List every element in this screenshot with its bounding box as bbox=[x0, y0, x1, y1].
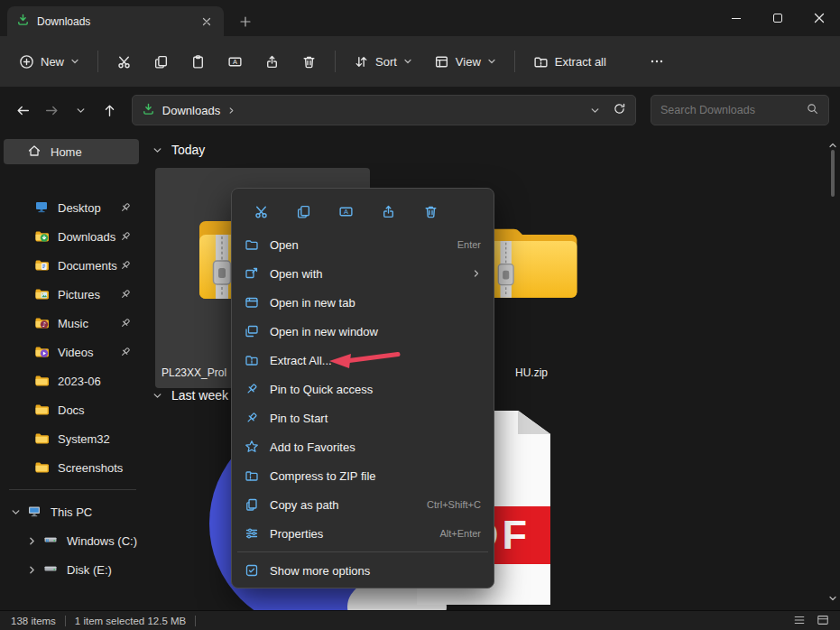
sidebar-item-this-pc[interactable]: This PC bbox=[4, 499, 139, 524]
menu-separator bbox=[237, 551, 488, 552]
folder-icon bbox=[34, 373, 49, 390]
home-icon bbox=[27, 144, 42, 161]
svg-text:♪: ♪ bbox=[42, 321, 46, 329]
sidebar-item-screenshots[interactable]: Screenshots bbox=[4, 455, 139, 480]
forward-button[interactable] bbox=[40, 97, 65, 123]
command-bar: New A Sort View bbox=[0, 36, 840, 87]
tab-title: Downloads bbox=[37, 15, 90, 28]
maximize-button[interactable] bbox=[757, 0, 798, 36]
details-view-toggle[interactable] bbox=[793, 614, 806, 628]
rename-button[interactable]: A bbox=[217, 47, 253, 77]
new-tab-button[interactable] bbox=[235, 11, 256, 32]
chevron-right-icon[interactable] bbox=[27, 564, 37, 578]
sidebar-item-desktop[interactable]: Desktop bbox=[4, 195, 139, 220]
minimize-button[interactable] bbox=[715, 0, 757, 36]
sidebar-item-docs[interactable]: Docs bbox=[4, 397, 139, 422]
menu-item-add-to-favorites[interactable]: Add to Favorites bbox=[235, 432, 490, 461]
chevron-down-icon bbox=[152, 391, 162, 401]
sidebar-item-music[interactable]: ♪ Music bbox=[4, 310, 139, 336]
sidebar-item-2023-06[interactable]: 2023-06 bbox=[4, 368, 139, 394]
menu-item-pin-to-start[interactable]: Pin to Start bbox=[235, 403, 490, 432]
sidebar-item-windows-c[interactable]: Windows (C:) bbox=[4, 528, 139, 553]
search-box[interactable] bbox=[651, 95, 829, 125]
close-button[interactable] bbox=[798, 0, 840, 36]
toolbar-divider bbox=[97, 51, 98, 72]
more-options-button[interactable] bbox=[640, 47, 674, 76]
scroll-down-icon[interactable] bbox=[828, 590, 837, 607]
copy-button[interactable] bbox=[143, 47, 179, 77]
context-menu: A Open Enter Open with bbox=[231, 188, 494, 588]
sidebar: Home Desktop Downloads Documents Picture… bbox=[0, 134, 149, 610]
this-pc-icon bbox=[27, 504, 42, 521]
breadcrumb-downloads[interactable]: Downloads bbox=[162, 104, 220, 117]
refresh-button[interactable] bbox=[613, 102, 626, 119]
section-header-today[interactable]: Today bbox=[152, 143, 205, 157]
titlebar: Downloads bbox=[0, 0, 840, 36]
open-new-window-icon bbox=[245, 324, 259, 338]
sidebar-separator bbox=[9, 489, 136, 490]
paste-button[interactable] bbox=[180, 47, 216, 77]
sort-button[interactable]: Sort bbox=[344, 47, 422, 77]
menu-item-pin-to-quick-access[interactable]: Pin to Quick access bbox=[235, 375, 490, 403]
view-button-label: View bbox=[456, 55, 481, 69]
delete-button[interactable] bbox=[420, 200, 441, 222]
tab-downloads[interactable]: Downloads bbox=[7, 6, 224, 36]
extract-all-button[interactable]: Extract all bbox=[523, 47, 616, 77]
menu-item-copy-as-path[interactable]: Copy as path Ctrl+Shift+C bbox=[235, 490, 490, 519]
delete-button[interactable] bbox=[291, 47, 327, 77]
back-button[interactable] bbox=[11, 97, 36, 123]
pin-icon bbox=[245, 411, 259, 425]
tab-close-icon[interactable] bbox=[198, 14, 215, 30]
menu-item-open-in-new-window[interactable]: Open in new window bbox=[235, 317, 490, 346]
new-button-label: New bbox=[41, 55, 64, 69]
music-folder-icon: ♪ bbox=[34, 315, 49, 332]
downloads-icon bbox=[142, 102, 155, 119]
sidebar-item-pictures[interactable]: Pictures bbox=[4, 282, 139, 307]
menu-item-show-more-options[interactable]: Show more options bbox=[235, 556, 490, 585]
menu-item-open-with[interactable]: Open with bbox=[235, 259, 490, 288]
chevron-down-icon bbox=[152, 145, 162, 155]
menu-item-compress-to-zip[interactable]: Compress to ZIP file bbox=[235, 461, 490, 490]
vertical-scrollbar[interactable] bbox=[827, 134, 838, 610]
search-input[interactable] bbox=[660, 104, 806, 116]
chevron-down-icon bbox=[70, 57, 79, 66]
menu-item-open[interactable]: Open Enter bbox=[235, 230, 490, 259]
extract-all-button-label: Extract all bbox=[555, 55, 606, 69]
file-explorer-window: Downloads New bbox=[0, 0, 840, 630]
content-area: Home Desktop Downloads Documents Picture… bbox=[0, 134, 840, 610]
cut-button[interactable] bbox=[106, 47, 142, 77]
sidebar-item-videos[interactable]: Videos bbox=[4, 339, 139, 365]
menu-item-open-in-new-tab[interactable]: Open in new tab bbox=[235, 288, 490, 317]
rename-button[interactable]: A bbox=[335, 200, 356, 222]
recent-locations-button[interactable] bbox=[69, 97, 94, 123]
zip-folder-thumbnail[interactable] bbox=[481, 220, 582, 303]
scrollbar-thumb[interactable] bbox=[831, 150, 835, 197]
folder-icon bbox=[34, 431, 49, 448]
chevron-down-icon[interactable] bbox=[11, 506, 21, 520]
properties-icon bbox=[245, 526, 259, 541]
section-header-last-week[interactable]: Last week bbox=[152, 388, 228, 403]
menu-item-properties[interactable]: Properties Alt+Enter bbox=[235, 519, 490, 548]
new-button[interactable]: New bbox=[9, 47, 89, 77]
address-dropdown-icon[interactable] bbox=[590, 106, 600, 116]
share-button[interactable] bbox=[377, 200, 399, 222]
show-more-icon bbox=[245, 563, 259, 578]
copy-icon bbox=[245, 497, 259, 512]
chevron-right-icon bbox=[227, 107, 235, 115]
desktop-icon bbox=[34, 199, 49, 217]
cut-button[interactable] bbox=[250, 200, 272, 222]
sidebar-item-disk-e[interactable]: Disk (E:) bbox=[4, 557, 139, 582]
sidebar-item-downloads[interactable]: Downloads bbox=[4, 224, 139, 249]
sidebar-item-home[interactable]: Home bbox=[4, 139, 139, 164]
pin-icon bbox=[245, 382, 259, 396]
share-button[interactable] bbox=[254, 47, 290, 77]
address-bar[interactable]: Downloads bbox=[132, 95, 636, 125]
large-thumbnails-view-toggle[interactable] bbox=[817, 614, 829, 628]
sidebar-item-system32[interactable]: System32 bbox=[4, 426, 139, 451]
up-button[interactable] bbox=[97, 97, 123, 123]
view-button[interactable]: View bbox=[424, 47, 506, 77]
chevron-right-icon[interactable] bbox=[27, 535, 37, 549]
downloads-icon bbox=[16, 13, 30, 30]
sidebar-item-documents[interactable]: Documents bbox=[4, 253, 139, 278]
copy-button[interactable] bbox=[292, 200, 314, 222]
